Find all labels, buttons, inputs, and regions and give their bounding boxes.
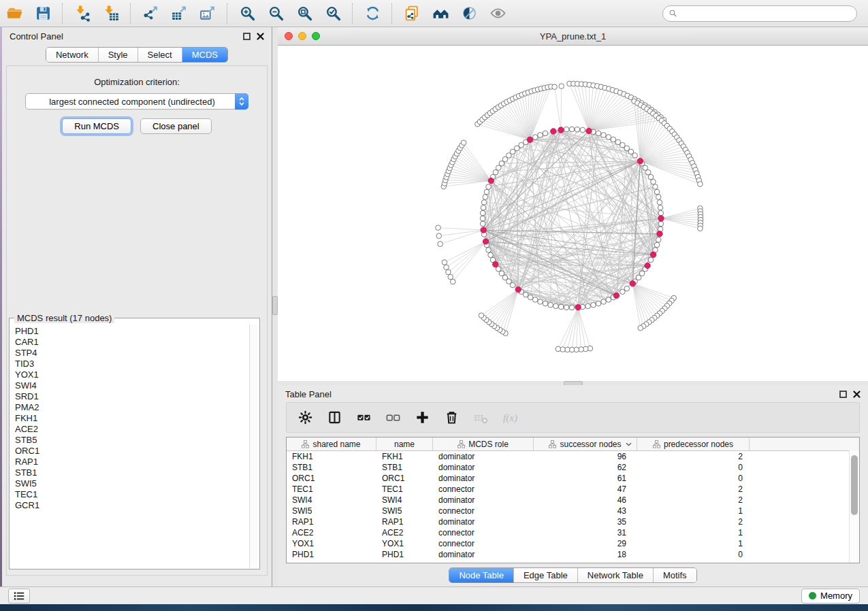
- table-row[interactable]: YOX1YOX1connector291: [287, 538, 859, 549]
- float-panel-icon[interactable]: [243, 33, 251, 40]
- mcds-result-item[interactable]: STB5: [15, 435, 250, 446]
- export-image-button[interactable]: [197, 3, 219, 24]
- save-session-button[interactable]: [32, 3, 54, 24]
- column-header-shared-name[interactable]: shared name: [287, 437, 376, 450]
- tab-edge-table[interactable]: Edge Table: [513, 568, 577, 582]
- table-row[interactable]: TEC1TEC1connector472: [287, 484, 859, 495]
- criterion-select[interactable]: largest connected component (undirected): [25, 93, 248, 110]
- table-cell: 2: [637, 517, 750, 527]
- mcds-result-item[interactable]: YOX1: [15, 369, 250, 380]
- table-cell: SWI5: [287, 506, 376, 516]
- network-window: YPA_prune.txt_1: [278, 27, 868, 381]
- run-mcds-button[interactable]: Run MCDS: [62, 118, 131, 134]
- mcds-result-item[interactable]: STP4: [15, 348, 250, 359]
- column-header-name[interactable]: name: [376, 437, 433, 450]
- apply-layout-icon: [364, 5, 381, 22]
- add-row-button[interactable]: [411, 407, 433, 429]
- import-table-button[interactable]: [100, 3, 122, 24]
- apply-layout-button[interactable]: [361, 3, 383, 24]
- column-header-successor-nodes[interactable]: successor nodes: [534, 437, 637, 450]
- export-table-button[interactable]: [168, 3, 190, 24]
- zoom-selected-button[interactable]: [322, 3, 344, 24]
- mcds-result-item[interactable]: SWI4: [15, 380, 250, 391]
- mcds-result-item[interactable]: PMA2: [15, 402, 250, 413]
- show-graphics-details-icon: [461, 5, 478, 22]
- memory-button[interactable]: Memory: [801, 589, 860, 604]
- show-graphics-details-button[interactable]: [458, 3, 480, 24]
- table-row[interactable]: SWI4SWI4dominator462: [287, 495, 859, 506]
- mcds-result-list[interactable]: PHD1CAR1STP4TID3YOX1SWI4SRD1PMA2FKH1ACE2…: [10, 325, 250, 568]
- mcds-result-item[interactable]: ACE2: [15, 424, 250, 435]
- network-graph[interactable]: [278, 46, 868, 381]
- table-scrollbar-thumb[interactable]: [851, 455, 858, 515]
- search-input[interactable]: [681, 7, 851, 20]
- show-columns-button[interactable]: [323, 407, 345, 429]
- new-network-from-selection-button[interactable]: [401, 3, 423, 24]
- table-row[interactable]: ACE2ACE2connector311: [287, 527, 859, 538]
- table-cell: 2: [637, 484, 750, 494]
- table-row[interactable]: SWI5SWI5connector431: [287, 506, 859, 516]
- tab-motifs[interactable]: Motifs: [653, 568, 696, 582]
- vertical-splitter[interactable]: [272, 27, 278, 587]
- select-all-checkboxes-button[interactable]: [353, 407, 374, 429]
- table-cell: PHD1: [376, 550, 433, 559]
- table-row[interactable]: PHD1PHD1dominator180: [287, 549, 859, 560]
- close-panel-icon[interactable]: [257, 33, 264, 40]
- splitter-grip[interactable]: [272, 296, 278, 315]
- table-scrollbar[interactable]: [849, 450, 859, 563]
- close-table-panel-icon[interactable]: [853, 391, 861, 398]
- table-row[interactable]: RAP1RAP1dominator352: [287, 516, 859, 527]
- mcds-result-item[interactable]: TEC1: [15, 489, 250, 500]
- import-network-button[interactable]: [71, 3, 93, 24]
- mcds-result-item[interactable]: SWI5: [15, 478, 250, 489]
- tab-select[interactable]: Select: [138, 48, 182, 62]
- tab-network-table[interactable]: Network Table: [577, 568, 653, 582]
- table-cell: 46: [534, 495, 637, 505]
- zoom-out-button[interactable]: [265, 3, 287, 24]
- delete-table-button[interactable]: [470, 407, 492, 429]
- tab-node-table[interactable]: Node Table: [449, 568, 513, 582]
- table-cell: SWI5: [376, 506, 433, 516]
- optimization-criterion-label: Optimization criterion:: [7, 77, 267, 87]
- tab-style[interactable]: Style: [98, 48, 138, 62]
- column-header-predecessor-nodes[interactable]: predecessor nodes: [637, 437, 750, 450]
- zoom-fit-button[interactable]: [293, 3, 315, 24]
- hide-graphics-details-button[interactable]: [487, 3, 509, 24]
- mcds-result-item[interactable]: PHD1: [15, 326, 250, 337]
- zoom-in-button[interactable]: [236, 3, 258, 24]
- column-settings-button[interactable]: [294, 407, 316, 429]
- mcds-result-item[interactable]: RAP1: [15, 457, 250, 467]
- mcds-result-item[interactable]: STB1: [15, 467, 250, 478]
- delete-row-button[interactable]: [440, 407, 462, 429]
- close-panel-button[interactable]: Close panel: [140, 118, 212, 134]
- table-row[interactable]: FKH1FKH1dominator962: [287, 451, 859, 462]
- mcds-result-item[interactable]: CAR1: [15, 337, 250, 348]
- show-columns-icon: [327, 410, 342, 425]
- table-cell: 62: [534, 463, 637, 472]
- select-stepper-icon: [235, 93, 248, 110]
- table-row[interactable]: STB1STB1dominator620: [287, 462, 859, 473]
- deselect-all-checkboxes-button[interactable]: [382, 407, 404, 429]
- search-box[interactable]: [662, 5, 857, 22]
- table-panel-tabs: Node TableEdge TableNetwork TableMotifs: [449, 567, 696, 583]
- open-session-button[interactable]: [3, 3, 25, 24]
- toolbar-separator: [130, 3, 131, 24]
- first-neighbors-button[interactable]: [430, 3, 451, 24]
- float-table-panel-icon[interactable]: [839, 391, 847, 398]
- mcds-result-item[interactable]: SRD1: [15, 391, 250, 402]
- task-history-button[interactable]: [8, 589, 30, 604]
- export-network-button[interactable]: [140, 3, 161, 24]
- mcds-result-item[interactable]: FKH1: [15, 413, 250, 424]
- function-builder-button[interactable]: f(x): [499, 407, 521, 429]
- mcds-result-item[interactable]: GCR1: [15, 500, 250, 511]
- column-header-MCDS-role[interactable]: MCDS role: [433, 437, 534, 450]
- tab-mcds[interactable]: MCDS: [182, 48, 227, 62]
- export-network-icon: [142, 5, 159, 22]
- mcds-result-item[interactable]: ORC1: [15, 446, 250, 457]
- mcds-result-item[interactable]: TID3: [15, 359, 250, 369]
- tab-network[interactable]: Network: [46, 48, 98, 62]
- table-row[interactable]: ORC1ORC1dominator610: [287, 473, 859, 484]
- mcds-result-scrollbar[interactable]: [249, 325, 259, 568]
- table-cell: 18: [534, 550, 637, 559]
- network-canvas[interactable]: [278, 46, 868, 381]
